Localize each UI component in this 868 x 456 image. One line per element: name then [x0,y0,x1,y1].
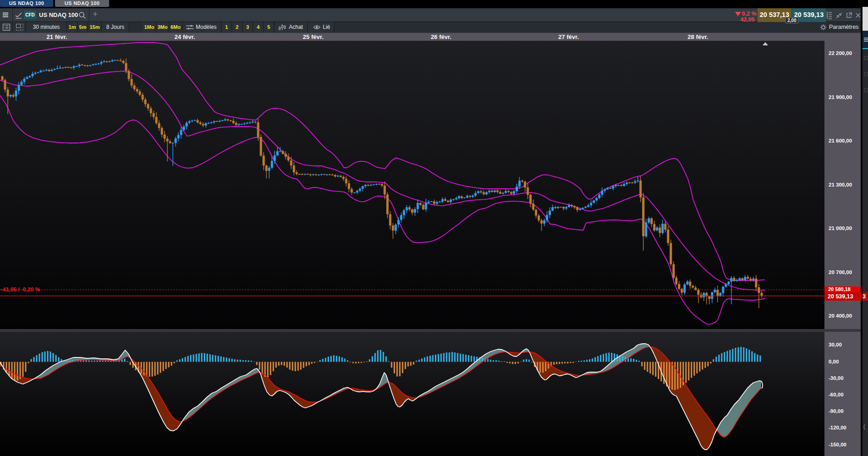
svg-text:-41,05 / -0,20 %: -41,05 / -0,20 % [1,286,40,293]
